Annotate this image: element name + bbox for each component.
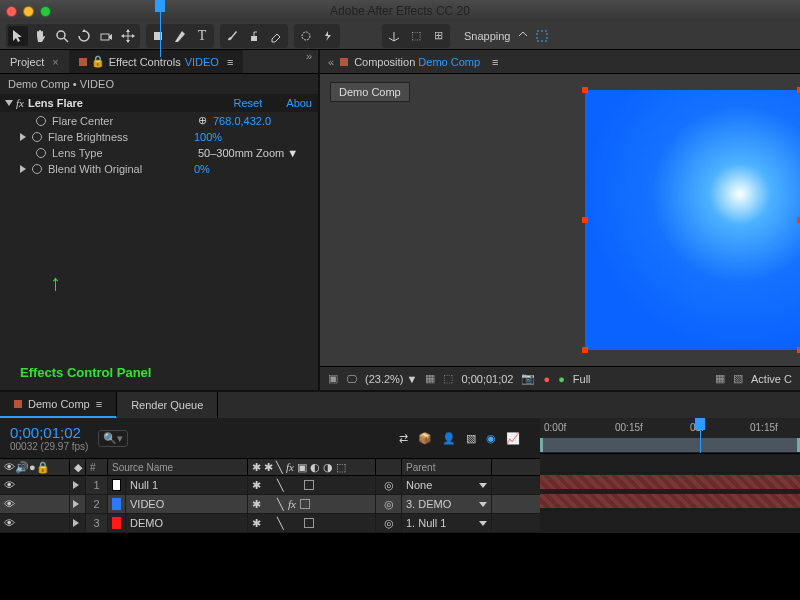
prop-value[interactable]: 100% xyxy=(194,131,222,143)
track-row[interactable] xyxy=(540,473,800,492)
pan-behind-tool[interactable] xyxy=(118,26,138,46)
fx-toggle-icon[interactable]: fx xyxy=(16,97,24,109)
view-menu[interactable]: Active C xyxy=(751,373,792,385)
transform-handle[interactable] xyxy=(582,347,588,353)
eye-column-icon[interactable]: 👁 xyxy=(4,461,15,473)
solo-column-icon[interactable]: ● xyxy=(29,461,36,473)
tab-timeline-comp[interactable]: Demo Comp ≡ xyxy=(0,392,117,418)
shy-switch[interactable]: ✱ xyxy=(252,517,261,530)
parent-dropdown[interactable]: 1. Null 1 xyxy=(402,514,492,532)
panel-menu-icon[interactable]: ≡ xyxy=(492,56,498,68)
disclosure-icon[interactable] xyxy=(5,100,13,106)
shy-switch[interactable]: ✱ xyxy=(252,498,261,511)
draft3d-icon[interactable]: 📦 xyxy=(418,432,432,445)
disclosure-icon[interactable] xyxy=(20,133,26,141)
frame-blend-switch[interactable] xyxy=(300,499,310,509)
tab-project[interactable]: Project× xyxy=(0,50,69,73)
playhead[interactable] xyxy=(700,418,701,453)
pickwhip-icon[interactable]: ◎ xyxy=(384,479,394,492)
axis-world-icon[interactable]: ⬚ xyxy=(406,26,426,46)
time-ruler[interactable]: 0:00f 00:15f 01: 01:15f xyxy=(540,418,800,454)
layer-row[interactable]: 👁3DEMO✱╲◎1. Null 1 xyxy=(0,514,540,533)
timeline-timecode[interactable]: 0;00;01;02 xyxy=(10,424,88,441)
rotation-tool[interactable] xyxy=(74,26,94,46)
label-column-icon[interactable]: ◆ xyxy=(74,461,82,474)
layer-name[interactable]: DEMO xyxy=(126,514,248,532)
quality-switch[interactable]: ╲ xyxy=(277,517,284,530)
traffic-close-button[interactable] xyxy=(6,6,17,17)
crosshair-icon[interactable]: ⊕ xyxy=(198,114,207,127)
stopwatch-icon[interactable] xyxy=(36,116,46,126)
puppet-tool[interactable] xyxy=(318,26,338,46)
text-tool[interactable]: T xyxy=(192,26,212,46)
effect-header[interactable]: fx Lens Flare Reset Abou xyxy=(0,94,318,112)
layer-color-swatch[interactable] xyxy=(112,479,121,491)
layer-row[interactable]: 👁1Null 1✱╲◎None xyxy=(0,476,540,495)
stopwatch-icon[interactable] xyxy=(32,164,42,174)
brush-tool[interactable] xyxy=(222,26,242,46)
disclosure-icon[interactable] xyxy=(73,481,79,489)
clone-stamp-tool[interactable] xyxy=(244,26,264,46)
transform-handle[interactable] xyxy=(582,217,588,223)
roto-brush-tool[interactable] xyxy=(296,26,316,46)
channel-red-icon[interactable]: ● xyxy=(543,373,550,385)
quality-switch[interactable]: ╲ xyxy=(277,498,284,511)
lock-icon[interactable]: 🔒 xyxy=(91,55,105,68)
layer-color-swatch[interactable] xyxy=(112,498,121,510)
zoom-tool[interactable] xyxy=(52,26,72,46)
comp-mini-flowchart-icon[interactable]: ⇄ xyxy=(399,432,408,445)
region-icon[interactable]: ▧ xyxy=(733,372,743,385)
prop-value[interactable]: 0% xyxy=(194,163,210,175)
selection-tool[interactable] xyxy=(8,26,28,46)
overflow-chevron-icon[interactable]: » xyxy=(300,50,318,73)
reset-link[interactable]: Reset xyxy=(234,97,263,109)
layer-name[interactable]: VIDEO xyxy=(126,495,248,513)
layer-bar[interactable] xyxy=(540,475,800,489)
disclosure-icon[interactable] xyxy=(20,165,26,173)
shy-icon[interactable]: 👤 xyxy=(442,432,456,445)
disclosure-icon[interactable] xyxy=(73,519,79,527)
parent-column[interactable]: Parent xyxy=(402,459,492,475)
layer-bar[interactable] xyxy=(540,494,800,508)
tab-effect-controls[interactable]: 🔒 Effect Controls VIDEO ≡ xyxy=(69,50,244,73)
stopwatch-icon[interactable] xyxy=(32,132,42,142)
disclosure-icon[interactable] xyxy=(73,500,79,508)
hand-tool[interactable] xyxy=(30,26,50,46)
frame-blend-switch[interactable] xyxy=(304,480,314,490)
eraser-tool[interactable] xyxy=(266,26,286,46)
shy-switch[interactable]: ✱ xyxy=(252,479,261,492)
parent-dropdown[interactable]: None xyxy=(402,476,492,494)
res-grid-icon[interactable]: ▦ xyxy=(425,372,435,385)
tab-composition[interactable]: Composition Demo Comp xyxy=(354,56,480,68)
traffic-minimize-button[interactable] xyxy=(23,6,34,17)
panel-menu-icon[interactable]: ≡ xyxy=(96,398,102,410)
monitor-icon[interactable]: 🖵 xyxy=(346,373,357,385)
layer-search-input[interactable]: 🔍▾ xyxy=(98,430,128,447)
transform-handle[interactable] xyxy=(582,87,588,93)
axis-view-icon[interactable]: ⊞ xyxy=(428,26,448,46)
tracks[interactable] xyxy=(540,454,800,511)
about-link[interactable]: Abou xyxy=(286,97,312,109)
quality-switch[interactable]: ╲ xyxy=(277,479,284,492)
axis-local-icon[interactable] xyxy=(384,26,404,46)
comp-canvas[interactable] xyxy=(585,90,800,350)
comp-flowchart-label[interactable]: Demo Comp xyxy=(330,82,410,102)
lens-type-dropdown[interactable]: 50–300mm Zoom ▼ xyxy=(198,147,298,159)
composition-viewer[interactable]: Demo Comp xyxy=(320,74,800,366)
snapshot-icon[interactable]: 📷 xyxy=(521,372,535,385)
layer-row[interactable]: 👁2VIDEO✱╲fx◎3. DEMO xyxy=(0,495,540,514)
work-area-bar[interactable] xyxy=(540,438,800,452)
visibility-toggle[interactable]: 👁 xyxy=(4,498,15,510)
zoom-menu[interactable]: (23.2%) ▼ xyxy=(365,373,417,385)
frame-blend-icon[interactable]: ▧ xyxy=(466,432,476,445)
tab-render-queue[interactable]: Render Queue xyxy=(117,392,218,418)
visibility-toggle[interactable]: 👁 xyxy=(4,479,15,491)
resolution-menu[interactable]: Full xyxy=(573,373,591,385)
stopwatch-icon[interactable] xyxy=(36,148,46,158)
audio-column-icon[interactable]: 🔊 xyxy=(15,461,29,474)
pickwhip-icon[interactable]: ◎ xyxy=(384,498,394,511)
snapping-toggle[interactable]: Snapping xyxy=(464,29,549,43)
track-row[interactable] xyxy=(540,492,800,511)
pickwhip-icon[interactable]: ◎ xyxy=(384,517,394,530)
channel-green-icon[interactable]: ● xyxy=(558,373,565,385)
